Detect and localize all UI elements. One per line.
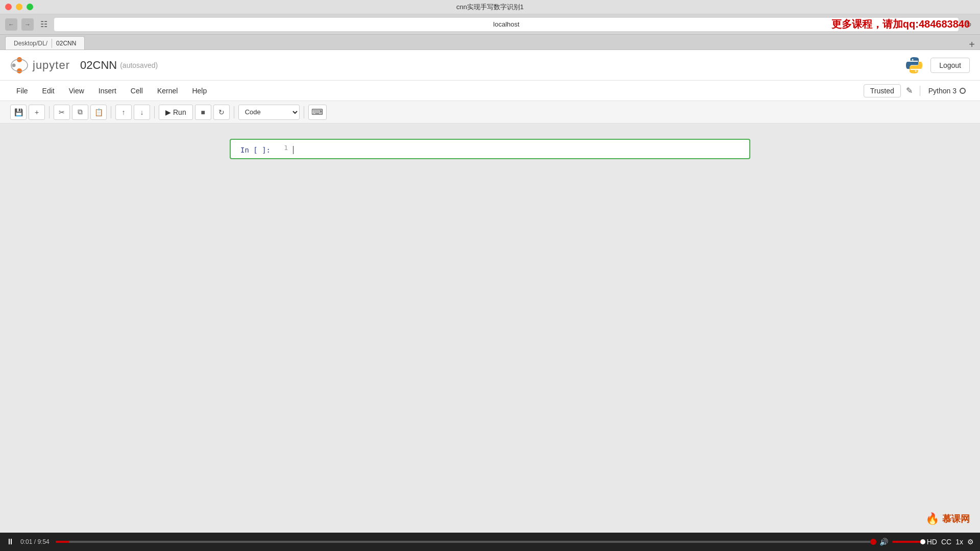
progress-bar[interactable] xyxy=(56,541,873,543)
current-time: 0:01 xyxy=(20,538,32,545)
add-cell-button[interactable]: + xyxy=(29,105,45,120)
menu-divider-line xyxy=(920,86,920,96)
toolbar-divider-2 xyxy=(111,106,111,118)
total-time: 9:54 xyxy=(37,538,49,545)
menu-file[interactable]: File xyxy=(10,85,34,97)
volume-slider[interactable] xyxy=(892,541,923,543)
paste-button[interactable]: 📋 xyxy=(90,105,107,120)
sidebar-toggle-button[interactable]: ☷ xyxy=(38,18,50,31)
volume-knob[interactable] xyxy=(920,539,925,544)
progress-knob[interactable] xyxy=(870,539,876,545)
cell-text-area[interactable] xyxy=(292,144,293,154)
jupyter-logo: jupyter xyxy=(10,56,70,74)
keyboard-shortcuts-button[interactable]: ⌨ xyxy=(308,105,327,120)
cell-content-area: 1 xyxy=(277,144,749,154)
menu-edit[interactable]: Edit xyxy=(36,85,61,97)
cell-cursor xyxy=(293,146,293,154)
jupyter-text: jupyter xyxy=(33,59,70,72)
logout-button[interactable]: Logout xyxy=(930,58,970,73)
edit-pencil-button[interactable]: ✎ xyxy=(903,84,916,97)
menu-bar: File Edit View Insert Cell Kernel Help T… xyxy=(0,81,980,101)
menu-cell[interactable]: Cell xyxy=(125,85,149,97)
svg-point-2 xyxy=(12,63,16,67)
url-bar[interactable] xyxy=(54,18,959,31)
window-title: cnn实现手写数字识别1 xyxy=(456,3,524,12)
tab-bar: Desktop/DL/ 02CNN + xyxy=(0,35,980,50)
menu-help[interactable]: Help xyxy=(186,85,213,97)
time-display: 0:01 / 9:54 xyxy=(20,538,50,545)
notebook-title[interactable]: 02CNN xyxy=(80,59,117,72)
trusted-button[interactable]: Trusted xyxy=(864,84,901,97)
notebook-container: In [ ]: 1 xyxy=(209,139,771,159)
run-button[interactable]: ▶ Run xyxy=(159,105,193,120)
autosaved-indicator: (autosaved) xyxy=(120,61,158,69)
run-icon: ▶ xyxy=(165,108,171,116)
close-button[interactable] xyxy=(5,4,12,10)
main-content: In [ ]: 1 xyxy=(0,123,980,430)
back-button[interactable]: ← xyxy=(5,18,17,31)
volume-button[interactable]: 🔊 xyxy=(879,538,888,546)
svg-point-4 xyxy=(912,59,914,60)
kernel-name: Python 3 xyxy=(928,87,957,95)
subtitles-button[interactable]: CC xyxy=(941,538,951,546)
settings-button[interactable]: ⚙ xyxy=(967,538,974,546)
play-pause-button[interactable]: ⏸ xyxy=(6,537,14,546)
progress-bar-fill xyxy=(56,541,69,543)
save-button[interactable]: 💾 xyxy=(10,105,27,120)
tab-path: Desktop/DL/ xyxy=(14,40,47,47)
forward-button[interactable]: → xyxy=(21,18,34,31)
kernel-info: Python 3 xyxy=(924,85,970,97)
kernel-status-circle xyxy=(960,88,966,94)
quality-button[interactable]: HD xyxy=(927,538,937,546)
menu-insert[interactable]: Insert xyxy=(92,85,122,97)
new-tab-button[interactable]: + xyxy=(969,39,975,51)
jupyter-header-right: Logout xyxy=(904,55,970,76)
cell-line-number: 1 xyxy=(277,144,292,154)
move-down-button[interactable]: ↓ xyxy=(134,105,150,120)
menu-kernel[interactable]: Kernel xyxy=(151,85,184,97)
jupyter-logo-icon xyxy=(10,56,29,74)
cut-button[interactable]: ✂ xyxy=(54,105,70,120)
menu-view[interactable]: View xyxy=(63,85,90,97)
toolbar-divider-1 xyxy=(49,106,50,118)
run-label: Run xyxy=(173,108,186,116)
toolbar-divider-4 xyxy=(234,106,234,118)
watermark-text: 慕课网 xyxy=(942,513,970,525)
cell-1[interactable]: In [ ]: 1 xyxy=(230,139,750,159)
minimize-button[interactable] xyxy=(16,4,22,10)
speed-button[interactable]: 1x xyxy=(955,538,963,546)
jupyter-header: jupyter 02CNN (autosaved) Logout xyxy=(0,50,980,81)
restart-button[interactable]: ↻ xyxy=(213,105,230,120)
browser-bar: ← → ☷ ↻ 更多课程，请加qq:484683840 xyxy=(0,14,980,35)
player-bar: ⏸ 0:01 / 9:54 🔊 HD CC 1x ⚙ xyxy=(0,533,980,551)
flame-icon: 🔥 xyxy=(925,512,939,525)
toolbar-divider-5 xyxy=(304,106,304,118)
tab-name: 02CNN xyxy=(56,40,76,47)
stop-button[interactable]: ■ xyxy=(195,105,211,120)
player-controls-right: 🔊 HD CC 1x ⚙ xyxy=(879,538,974,546)
tab-divider xyxy=(52,39,52,48)
window-controls[interactable] xyxy=(5,4,33,10)
toolbar-divider-3 xyxy=(154,106,155,118)
toolbar: 💾 + ✂ ⧉ 📋 ↑ ↓ ▶ Run ■ ↻ Code Markdown Ra… xyxy=(0,101,980,123)
copy-button[interactable]: ⧉ xyxy=(72,105,88,120)
cell-type-select[interactable]: Code Markdown Raw NBConvert Heading xyxy=(238,105,300,120)
browser-tab[interactable]: Desktop/DL/ 02CNN xyxy=(5,36,85,49)
svg-point-5 xyxy=(915,70,917,71)
cell-prompt: In [ ]: xyxy=(231,144,277,154)
move-up-button[interactable]: ↑ xyxy=(115,105,132,120)
advertisement-text: 更多课程，请加qq:484683840 xyxy=(831,17,970,31)
title-bar: cnn实现手写数字识别1 xyxy=(0,0,980,14)
python-icon xyxy=(904,55,924,76)
maximize-button[interactable] xyxy=(27,4,33,10)
watermark: 🔥 慕课网 xyxy=(925,512,970,525)
